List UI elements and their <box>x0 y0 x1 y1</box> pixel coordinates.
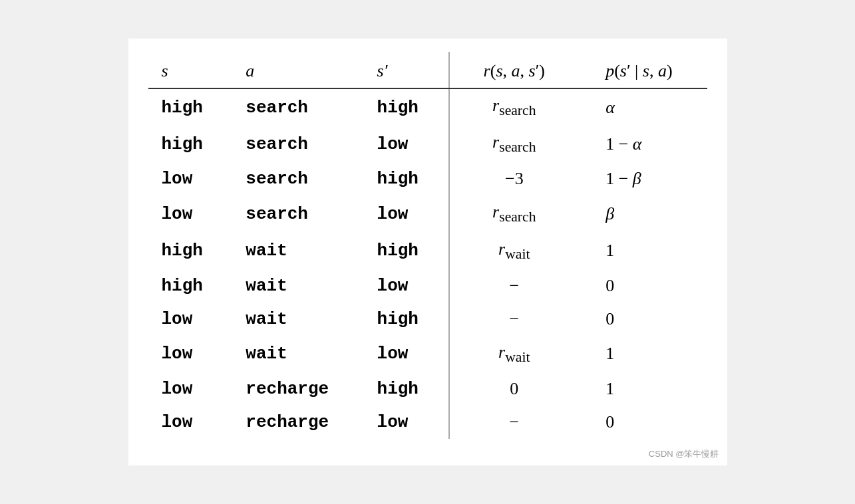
table-row: lowrechargehigh01 <box>148 372 707 406</box>
header-sp: s′ <box>364 52 449 88</box>
cell-s: low <box>148 372 233 406</box>
cell-r: rsearch <box>449 88 580 126</box>
cell-sp: low <box>364 406 449 439</box>
cell-s: low <box>148 406 233 439</box>
cell-a: wait <box>232 303 363 336</box>
cell-p: 0 <box>579 269 707 303</box>
cell-r: rwait <box>449 233 580 269</box>
cell-s: high <box>148 88 233 126</box>
cell-sp: high <box>364 88 449 126</box>
cell-sp: low <box>364 269 449 303</box>
cell-a: search <box>232 195 363 232</box>
cell-sp: high <box>364 233 449 269</box>
cell-r: rwait <box>449 336 580 372</box>
cell-s: low <box>148 336 233 372</box>
header-p: p(s′ | s, a) <box>579 52 707 88</box>
cell-s: high <box>148 269 233 303</box>
watermark: CSDN @笨牛慢耕 <box>649 448 719 460</box>
table-row: lowsearchhigh−31 − β <box>148 162 707 195</box>
cell-p: 0 <box>579 303 707 336</box>
main-container: s a s′ r(s, a, s′) p(s′ | s, a) highsear… <box>128 39 727 465</box>
cell-r: rsearch <box>449 126 580 162</box>
cell-r: − <box>449 269 580 303</box>
cell-s: high <box>148 126 233 162</box>
cell-p: 1 − α <box>579 126 707 162</box>
cell-a: wait <box>232 336 363 372</box>
cell-sp: high <box>364 162 449 195</box>
cell-p: β <box>579 195 707 232</box>
header-a: a <box>232 52 363 88</box>
cell-s: low <box>148 162 233 195</box>
cell-r: rsearch <box>449 195 580 232</box>
cell-a: wait <box>232 233 363 269</box>
table-row: highwaitlow−0 <box>148 269 707 303</box>
table-row: highwaithighrwait1 <box>148 233 707 269</box>
cell-r: −3 <box>449 162 580 195</box>
cell-a: search <box>232 126 363 162</box>
header-row: s a s′ r(s, a, s′) p(s′ | s, a) <box>148 52 707 88</box>
cell-p: 1 − β <box>579 162 707 195</box>
mdp-table: s a s′ r(s, a, s′) p(s′ | s, a) highsear… <box>148 52 707 439</box>
cell-r: − <box>449 303 580 336</box>
table-row: highsearchlowrsearch1 − α <box>148 126 707 162</box>
cell-p: 1 <box>579 372 707 406</box>
cell-p: 1 <box>579 233 707 269</box>
cell-a: wait <box>232 269 363 303</box>
cell-sp: low <box>364 126 449 162</box>
cell-a: recharge <box>232 372 363 406</box>
cell-s: low <box>148 303 233 336</box>
cell-p: 1 <box>579 336 707 372</box>
header-r: r(s, a, s′) <box>449 52 580 88</box>
cell-sp: low <box>364 195 449 232</box>
cell-sp: low <box>364 336 449 372</box>
cell-r: − <box>449 406 580 439</box>
cell-s: low <box>148 195 233 232</box>
table-row: highsearchhighrsearchα <box>148 88 707 126</box>
table-row: lowwaithigh−0 <box>148 303 707 336</box>
cell-sp: high <box>364 303 449 336</box>
cell-s: high <box>148 233 233 269</box>
header-s: s <box>148 52 233 88</box>
cell-a: search <box>232 162 363 195</box>
cell-sp: high <box>364 372 449 406</box>
cell-p: α <box>579 88 707 126</box>
cell-p: 0 <box>579 406 707 439</box>
cell-a: search <box>232 88 363 126</box>
cell-r: 0 <box>449 372 580 406</box>
table-row: lowsearchlowrsearchβ <box>148 195 707 232</box>
table-row: lowrechargelow−0 <box>148 406 707 439</box>
cell-a: recharge <box>232 406 363 439</box>
table-row: lowwaitlowrwait1 <box>148 336 707 372</box>
